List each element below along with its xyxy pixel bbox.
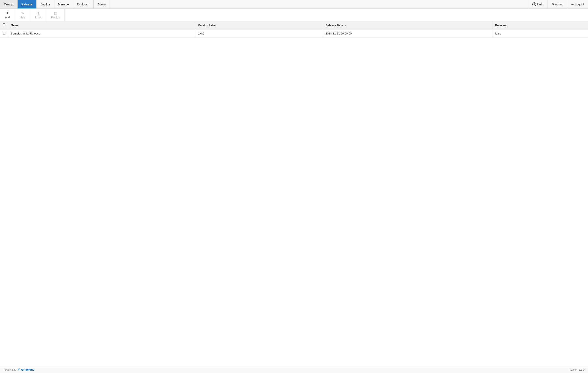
column-released: Released <box>493 21 588 29</box>
table-header-row: Name Version Label Release Date ▼ Releas… <box>0 21 588 29</box>
column-version-label: Version Label <box>195 21 323 29</box>
column-checkbox <box>0 21 8 29</box>
footer: Powered by ✗ JumpMind version 3.3.0 <box>0 366 588 373</box>
jumpmind-name: JumpMind <box>20 368 34 371</box>
column-name: Name <box>8 21 195 29</box>
export-icon: ⬇ <box>37 11 40 16</box>
edit-icon: ✎ <box>21 11 24 16</box>
help-icon: ? <box>532 2 536 6</box>
nav-logout[interactable]: ↩ Logout <box>567 0 588 9</box>
row-release-date: 2018-11-11 00:00:00 <box>323 29 493 37</box>
add-icon: + <box>6 11 9 15</box>
row-checkbox[interactable] <box>3 32 5 34</box>
table-body: Samples Initial Release 1.0.0 2018-11-11… <box>0 29 588 37</box>
finalize-button[interactable]: ◻ Finalize <box>47 9 64 21</box>
nav-help[interactable]: ? Help <box>528 0 547 9</box>
toolbar: + Add ✎ Edit ⬇ Export ◻ Finalize <box>0 9 588 21</box>
version-text: version 3.3.0 <box>570 368 585 371</box>
nav-explore[interactable]: Explore ▾ <box>73 0 93 9</box>
nav-admin[interactable]: Admin <box>94 0 110 9</box>
row-released: false <box>493 29 588 37</box>
nav-right-group: ? Help ⚙ admin ↩ Logout <box>528 0 588 9</box>
export-button[interactable]: ⬇ Export <box>30 9 47 21</box>
chevron-down-icon: ▾ <box>88 3 89 5</box>
table-row: Samples Initial Release 1.0.0 2018-11-11… <box>0 29 588 37</box>
column-release-date[interactable]: Release Date ▼ <box>323 21 493 29</box>
edit-button[interactable]: ✎ Edit <box>15 9 30 21</box>
row-checkbox-cell <box>0 29 8 37</box>
nav-design[interactable]: Design <box>0 0 18 9</box>
add-button[interactable]: + Add <box>0 9 15 21</box>
row-name: Samples Initial Release <box>8 29 195 37</box>
logout-icon: ↩ <box>571 3 574 6</box>
footer-logo: Powered by ✗ JumpMind <box>3 368 34 371</box>
nav-admin-user[interactable]: ⚙ admin <box>547 0 567 9</box>
row-version-label: 1.0.0 <box>195 29 323 37</box>
gear-icon: ⚙ <box>551 3 554 6</box>
nav-manage[interactable]: Manage <box>54 0 73 9</box>
powered-by-text: Powered by <box>3 368 16 371</box>
sort-icon: ▼ <box>345 24 347 27</box>
finalize-icon: ◻ <box>54 11 57 16</box>
releases-table: Name Version Label Release Date ▼ Releas… <box>0 21 588 37</box>
releases-table-container: Name Version Label Release Date ▼ Releas… <box>0 21 588 366</box>
top-navigation: Design Release Deploy Manage Explore ▾ A… <box>0 0 588 9</box>
nav-release[interactable]: Release <box>18 0 37 9</box>
select-all-checkbox[interactable] <box>3 23 5 26</box>
jumpmind-x-icon: ✗ <box>17 368 20 371</box>
nav-deploy[interactable]: Deploy <box>37 0 54 9</box>
jumpmind-brand: ✗ JumpMind <box>17 368 34 371</box>
